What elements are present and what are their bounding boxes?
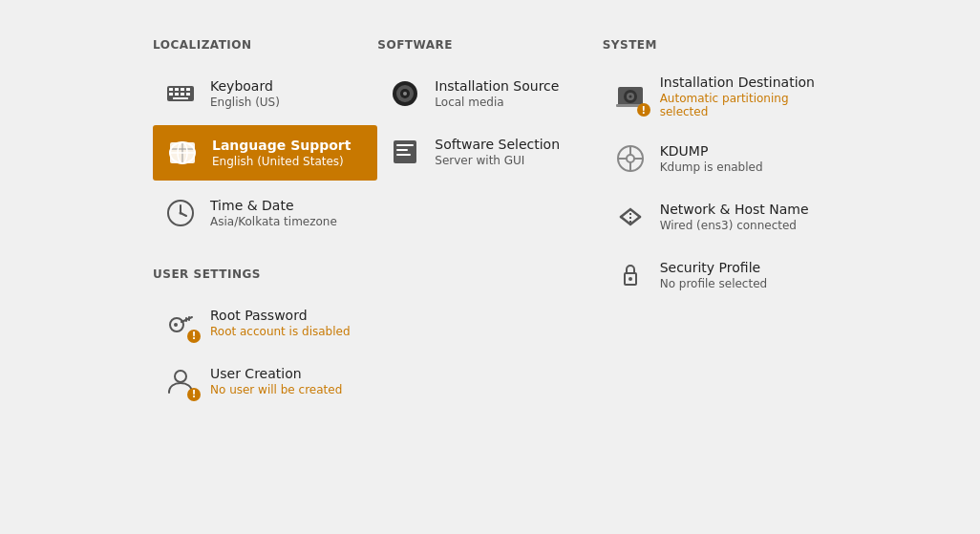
sidebar-item-software-selection[interactable]: Software Selection Server with GUI [377,125,602,178]
svg-rect-5 [169,93,173,96]
software-selection-subtitle: Server with GUI [435,154,560,167]
svg-point-46 [628,277,632,281]
installation-source-text: Installation Source Local media [435,78,559,109]
sidebar-item-root-password[interactable]: ! Root Password Root account is disabled [153,296,377,349]
language-support-subtitle: English (United States) [212,155,351,168]
sidebar-item-time-date[interactable]: Time & Date Asia/Kolkata timezone [153,186,377,239]
sidebar-item-user-creation[interactable]: ! User Creation No user will be created [153,354,377,407]
section-title-user-settings: USER SETTINGS [153,267,377,281]
security-profile-icon [612,257,649,293]
root-password-subtitle: Root account is disabled [210,325,351,338]
software-selection-icon [387,134,423,170]
user-creation-warning: ! [187,388,201,401]
svg-rect-9 [173,97,188,99]
sections-wrapper: LOCALIZATION [153,38,827,413]
user-creation-subtitle: No user will be created [210,383,342,396]
svg-rect-32 [396,149,408,151]
root-password-title: Root Password [210,308,351,323]
svg-point-19 [180,211,182,214]
network-title: Network & Host Name [660,202,809,217]
user-creation-title: User Creation [210,366,342,381]
section-software: SOFTWARE Installation Source Local media [377,38,602,413]
svg-point-25 [175,371,186,382]
keyboard-subtitle: English (US) [210,96,280,109]
network-subtitle: Wired (ens3) connected [660,219,809,232]
keyboard-icon [162,75,199,112]
sidebar-item-network[interactable]: Network & Host Name Wired (ens3) connect… [603,190,827,243]
security-profile-title: Security Profile [660,260,768,275]
installation-source-icon [387,75,423,112]
svg-rect-1 [169,88,173,91]
root-password-icon: ! [162,305,199,341]
section-localization: LOCALIZATION [153,38,377,413]
installation-source-subtitle: Local media [435,96,559,109]
svg-point-24 [174,323,178,327]
sidebar-item-language-support[interactable]: Language Support English (United States) [153,125,377,181]
sidebar-item-keyboard[interactable]: Keyboard English (US) [153,67,377,119]
root-password-warning: ! [187,330,201,343]
section-title-localization: LOCALIZATION [153,38,377,52]
user-creation-icon: ! [162,363,199,399]
destination-text: Installation Destination Automatic parti… [660,75,818,118]
svg-rect-31 [396,144,414,146]
svg-rect-3 [181,88,184,91]
time-date-text: Time & Date Asia/Kolkata timezone [210,198,337,228]
svg-rect-33 [396,154,411,156]
section-system: SYSTEM ! Installation Destination Automa… [603,38,827,413]
time-date-subtitle: Asia/Kolkata timezone [210,215,337,228]
security-profile-subtitle: No profile selected [660,277,768,290]
svg-point-40 [627,155,634,162]
section-title-software: SOFTWARE [377,38,602,52]
sidebar-item-installation-source[interactable]: Installation Source Local media [377,67,602,119]
time-date-title: Time & Date [210,198,337,213]
svg-point-29 [403,92,407,96]
kdump-icon [612,140,649,177]
language-support-text: Language Support English (United States) [212,138,351,168]
sidebar-item-security-profile[interactable]: Security Profile No profile selected [603,248,827,301]
user-creation-text: User Creation No user will be created [210,366,342,396]
section-title-system: SYSTEM [603,38,827,52]
svg-rect-7 [181,93,184,96]
root-password-text: Root Password Root account is disabled [210,308,351,338]
svg-rect-2 [175,88,179,91]
svg-rect-6 [175,93,179,96]
main-content: LOCALIZATION [0,0,980,534]
section-user-settings: USER SETTINGS ! Root Pa [153,267,377,407]
svg-point-37 [628,96,631,98]
software-selection-title: Software Selection [435,137,560,152]
svg-rect-30 [394,140,416,163]
kdump-subtitle: Kdump is enabled [660,160,763,174]
sidebar-item-kdump[interactable]: KDUMP Kdump is enabled [603,132,827,184]
svg-rect-8 [186,93,190,96]
time-icon [162,195,199,231]
language-support-title: Language Support [212,138,351,153]
destination-title: Installation Destination [660,75,818,90]
kdump-text: KDUMP Kdump is enabled [660,143,763,174]
security-profile-text: Security Profile No profile selected [660,260,768,290]
sidebar-item-installation-destination[interactable]: ! Installation Destination Automatic par… [603,67,827,126]
keyboard-title: Keyboard [210,78,280,94]
keyboard-text: Keyboard English (US) [210,78,280,109]
installation-destination-icon: ! [612,78,649,115]
network-icon [612,199,649,235]
svg-rect-4 [186,88,190,91]
installation-source-title: Installation Source [435,78,559,94]
network-text: Network & Host Name Wired (ens3) connect… [660,202,809,232]
destination-warning: ! [637,103,650,117]
destination-subtitle: Automatic partitioning selected [660,92,818,118]
language-icon [164,135,201,171]
software-selection-text: Software Selection Server with GUI [435,137,560,167]
kdump-title: KDUMP [660,143,763,159]
